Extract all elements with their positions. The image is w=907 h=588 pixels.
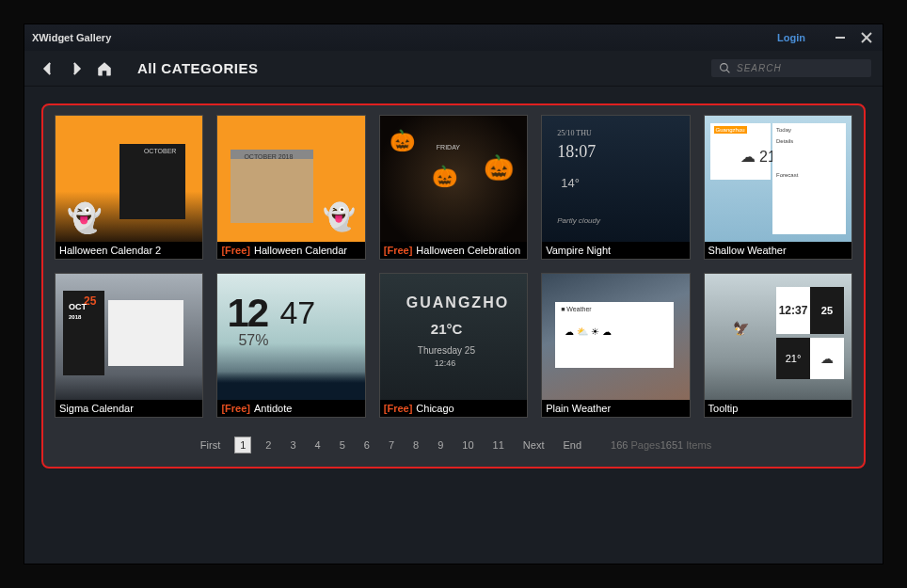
gallery-card-vampire-night[interactable]: 25/10 THU Partly cloudy Vampire Night — [541, 115, 690, 260]
pagination: First 1 2 3 4 5 6 7 8 9 10 11 Next End 1… — [55, 437, 852, 453]
card-title: Sigma Calendar — [59, 403, 134, 414]
home-icon — [96, 60, 113, 77]
page-end[interactable]: End — [558, 437, 586, 453]
thumbnail: Thuresday 25 12:46 — [380, 274, 527, 400]
arrow-left-icon — [40, 60, 56, 77]
search-icon — [719, 62, 731, 74]
thumbnail: 25/10 THU Partly cloudy — [542, 116, 689, 242]
navbar: All CATEGORIES — [24, 51, 883, 87]
page-next[interactable]: Next — [518, 437, 549, 453]
login-link[interactable]: Login — [777, 32, 805, 43]
gallery-card-halloween-calendar-2[interactable]: OCTOBER Halloween Calendar 2 — [55, 115, 203, 260]
pagination-info: 166 Pages1651 Items — [611, 439, 711, 451]
svg-point-3 — [721, 64, 728, 72]
free-tag: [Free] — [221, 245, 250, 256]
gallery-grid: OCTOBER Halloween Calendar 2 OCTOBER 201… — [55, 115, 852, 418]
free-tag: [Free] — [221, 403, 250, 414]
page-number[interactable]: 7 — [384, 437, 399, 453]
page-number[interactable]: 10 — [457, 437, 478, 453]
card-title: Halloween Calendar 2 — [59, 245, 161, 256]
page-number[interactable]: 9 — [433, 437, 448, 453]
minimize-icon — [835, 32, 846, 43]
card-label: [Free] Chicago — [380, 400, 527, 417]
card-title: Antidote — [254, 403, 292, 414]
card-title: Halloween Celebration — [416, 245, 520, 256]
card-label: [Free] Antidote — [217, 400, 364, 417]
card-title: Shallow Weather — [708, 245, 787, 256]
card-label: Plain Weather — [542, 400, 689, 417]
thumbnail: 🎃 FRIDAY — [380, 116, 527, 242]
gallery-card-sigma-calendar[interactable]: 25 OCT2018 Sigma Calendar — [55, 273, 203, 418]
thumbnail: OCTOBER — [56, 116, 202, 242]
card-label: Tooltip — [705, 400, 851, 417]
arrow-right-icon — [68, 60, 85, 77]
gallery-card-plain-weather[interactable]: ■ Weather ☁ ⛅ ☀ ☁ Plain Weather — [541, 273, 690, 418]
thumbnail: 25 OCT2018 — [56, 274, 202, 400]
page-number[interactable]: 5 — [335, 437, 350, 453]
free-tag: [Free] — [384, 245, 413, 256]
gallery-card-antidote[interactable]: 57% [Free] Antidote — [216, 273, 365, 418]
page-number[interactable]: 6 — [359, 437, 374, 453]
window-title: XWidget Gallery — [32, 32, 111, 43]
gallery-card-halloween-celebration[interactable]: 🎃 FRIDAY [Free] Halloween Celebration — [379, 115, 528, 260]
card-title: Plain Weather — [546, 403, 611, 414]
card-label: Halloween Calendar 2 — [56, 242, 202, 259]
home-button[interactable] — [92, 56, 117, 81]
content-area: OCTOBER Halloween Calendar 2 OCTOBER 201… — [24, 87, 883, 485]
gallery-card-halloween-calendar[interactable]: OCTOBER 2018 [Free] Halloween Calendar — [216, 115, 365, 260]
card-label: Vampire Night — [542, 242, 689, 259]
card-label: Sigma Calendar — [56, 400, 202, 417]
card-title: Vampire Night — [546, 245, 611, 256]
card-title: Tooltip — [708, 403, 739, 414]
free-tag: [Free] — [384, 403, 413, 414]
page-number[interactable]: 2 — [261, 437, 276, 453]
card-label: [Free] Halloween Calendar — [217, 242, 364, 259]
page-number[interactable]: 1 — [234, 437, 251, 453]
gallery-card-shallow-weather[interactable]: Guangzhou ☁ 21° TodayDetailsForecast Sha… — [704, 115, 852, 260]
thumbnail: Guangzhou ☁ 21° TodayDetailsForecast — [705, 116, 851, 242]
card-label: Shallow Weather — [705, 242, 851, 259]
page-number[interactable]: 3 — [285, 437, 300, 453]
search-box[interactable] — [711, 59, 871, 77]
titlebar: XWidget Gallery Login — [24, 24, 883, 51]
card-title: Halloween Calendar — [254, 245, 347, 256]
thumbnail: 12:3725 21°☁ 🦅 — [705, 274, 851, 400]
page-heading: All CATEGORIES — [137, 60, 258, 76]
thumbnail: 57% — [217, 274, 364, 400]
page-number[interactable]: 8 — [408, 437, 423, 453]
gallery-card-chicago[interactable]: Thuresday 25 12:46 [Free] Chicago — [379, 273, 528, 418]
forward-button[interactable] — [64, 56, 88, 81]
thumbnail: OCTOBER 2018 — [217, 116, 364, 242]
gallery-card-tooltip[interactable]: 12:3725 21°☁ 🦅 Tooltip — [704, 273, 852, 418]
card-label: [Free] Halloween Celebration — [380, 242, 527, 259]
page-number[interactable]: 11 — [488, 437, 509, 453]
gallery-frame: OCTOBER Halloween Calendar 2 OCTOBER 201… — [41, 103, 866, 469]
thumbnail: ■ Weather ☁ ⛅ ☀ ☁ — [542, 274, 689, 400]
page-number[interactable]: 4 — [310, 437, 326, 453]
close-button[interactable] — [858, 29, 875, 46]
search-input[interactable] — [737, 63, 859, 73]
back-button[interactable] — [36, 56, 60, 81]
close-icon — [860, 31, 873, 44]
app-window: XWidget Gallery Login All CATEGORIES — [24, 24, 883, 564]
svg-line-4 — [726, 70, 729, 72]
card-title: Chicago — [416, 403, 454, 414]
page-first[interactable]: First — [196, 437, 225, 453]
minimize-button[interactable] — [832, 29, 849, 46]
